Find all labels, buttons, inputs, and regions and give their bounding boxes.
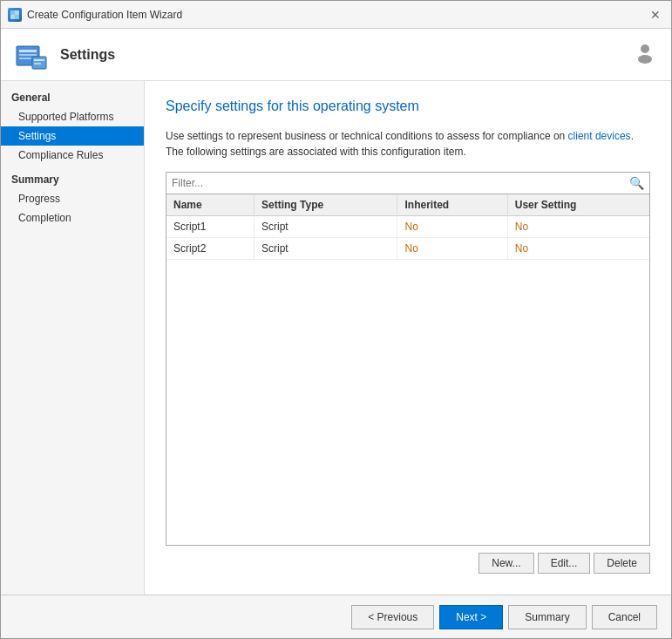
wizard-window: Create Configuration Item Wizard ✕ Setti… xyxy=(0,0,672,639)
delete-button[interactable]: Delete xyxy=(594,553,650,574)
description: Use settings to represent business or te… xyxy=(166,128,650,160)
summary-button[interactable]: Summary xyxy=(508,605,586,629)
header-bar: Settings xyxy=(1,29,671,81)
close-button[interactable]: ✕ xyxy=(647,6,664,24)
cell-user-setting: No xyxy=(507,216,649,238)
table-header-row: Name Setting Type Inherited User Setting xyxy=(166,194,649,216)
title-bar-left: Create Configuration Item Wizard xyxy=(8,8,182,22)
sidebar-section-general: General xyxy=(1,88,144,107)
svg-rect-9 xyxy=(34,59,44,61)
previous-button[interactable]: < Previous xyxy=(351,605,434,629)
settings-table: Name Setting Type Inherited User Setting… xyxy=(166,194,649,260)
col-header-user-setting: User Setting xyxy=(507,194,649,216)
cell-inherited: No xyxy=(397,216,507,238)
cell-name: Script2 xyxy=(166,238,255,260)
person-icon xyxy=(633,40,657,70)
svg-rect-2 xyxy=(10,15,15,19)
cell-setting-type: Script xyxy=(255,238,397,260)
header-left: Settings xyxy=(15,37,115,72)
cell-inherited: No xyxy=(397,238,507,260)
header-title: Settings xyxy=(60,47,115,63)
filter-row: 🔍 xyxy=(166,172,650,194)
table-row[interactable]: Script1 Script No No xyxy=(166,216,649,238)
svg-point-11 xyxy=(641,44,649,53)
svg-rect-7 xyxy=(19,58,31,59)
sidebar-item-settings[interactable]: Settings xyxy=(1,126,144,146)
svg-rect-0 xyxy=(10,10,15,15)
cell-name: Script1 xyxy=(166,216,255,238)
window-title: Create Configuration Item Wizard xyxy=(27,9,182,21)
settings-table-container: Name Setting Type Inherited User Setting… xyxy=(166,194,650,546)
table-actions: New... Edit... Delete xyxy=(166,546,650,577)
search-icon: 🔍 xyxy=(624,173,649,194)
svg-rect-6 xyxy=(19,54,37,56)
svg-rect-1 xyxy=(15,15,19,19)
page-title: Specify settings for this operating syst… xyxy=(166,99,650,114)
cell-setting-type: Script xyxy=(255,216,397,238)
table-row[interactable]: Script2 Script No No xyxy=(166,238,649,260)
svg-rect-10 xyxy=(34,63,41,65)
svg-rect-3 xyxy=(15,10,19,15)
edit-button[interactable]: Edit... xyxy=(538,553,591,574)
col-header-inherited: Inherited xyxy=(397,194,507,216)
sidebar: General Supported Platforms Settings Com… xyxy=(1,81,145,595)
col-header-name: Name xyxy=(166,194,255,216)
svg-rect-5 xyxy=(19,50,37,52)
main-content: Specify settings for this operating syst… xyxy=(145,81,671,595)
new-button[interactable]: New... xyxy=(479,553,533,574)
cell-user-setting: No xyxy=(507,238,649,260)
title-bar: Create Configuration Item Wizard ✕ xyxy=(1,1,671,29)
content-area: General Supported Platforms Settings Com… xyxy=(1,81,671,595)
sidebar-section-summary: Summary xyxy=(1,170,144,189)
sidebar-item-compliance-rules[interactable]: Compliance Rules xyxy=(1,146,144,165)
sidebar-item-progress[interactable]: Progress xyxy=(1,189,144,208)
next-button[interactable]: Next > xyxy=(439,605,503,629)
wizard-icon xyxy=(15,37,50,72)
svg-point-12 xyxy=(638,55,652,64)
col-header-setting-type: Setting Type xyxy=(255,194,397,216)
sidebar-item-completion[interactable]: Completion xyxy=(1,208,144,228)
sidebar-item-supported-platforms[interactable]: Supported Platforms xyxy=(1,107,144,126)
footer: < Previous Next > Summary Cancel xyxy=(1,595,671,638)
cancel-button[interactable]: Cancel xyxy=(592,605,657,629)
filter-input[interactable] xyxy=(166,173,624,193)
app-icon xyxy=(8,8,22,22)
